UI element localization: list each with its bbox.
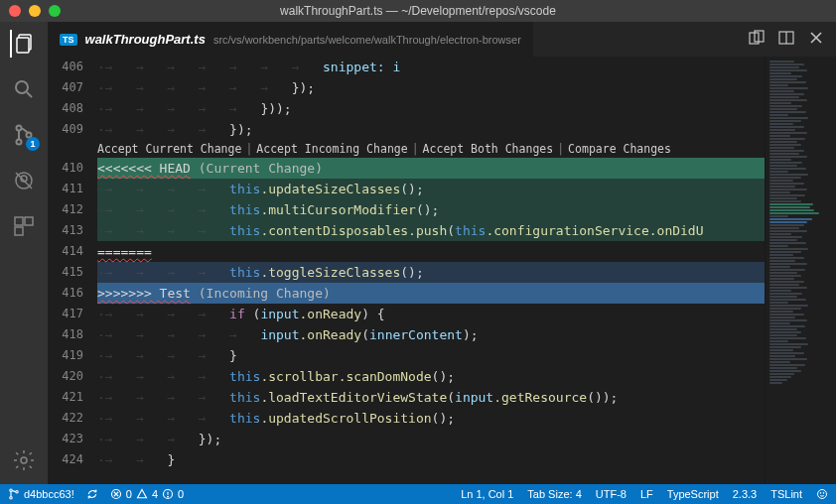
settings-gear-icon[interactable] — [10, 446, 38, 474]
status-bar: d4bbcc63! 0 4 0 Ln 1, Col 1 Tab Size: 4 … — [0, 484, 836, 504]
svg-point-28 — [168, 496, 169, 497]
split-editor-icon[interactable] — [778, 30, 794, 50]
accept-both-button[interactable]: Accept Both Changes — [423, 139, 554, 160]
svg-point-5 — [17, 140, 22, 145]
svg-point-2 — [16, 81, 28, 93]
diff-icon[interactable] — [749, 30, 765, 50]
svg-rect-11 — [25, 217, 33, 225]
accept-incoming-button[interactable]: Accept Incoming Change — [256, 139, 407, 160]
problems[interactable]: 0 4 0 — [110, 488, 184, 500]
close-icon[interactable] — [808, 30, 824, 50]
encoding[interactable]: UTF-8 — [596, 488, 627, 500]
ts-version[interactable]: 2.3.3 — [733, 488, 757, 500]
search-icon[interactable] — [10, 75, 38, 103]
code-area[interactable]: 406·→ → → → → → → snippet: i 407·→ → → →… — [48, 57, 765, 484]
conflict-head-marker: 410<<<<<<< HEAD (Current Change) — [48, 158, 765, 179]
svg-rect-12 — [15, 227, 23, 235]
svg-point-22 — [16, 491, 18, 493]
eol[interactable]: LF — [640, 488, 653, 500]
svg-rect-1 — [17, 38, 29, 53]
git-branch[interactable]: d4bbcc63! — [8, 488, 74, 500]
merge-codelens: Accept Current Change| Accept Incoming C… — [48, 140, 765, 158]
window-title: walkThroughPart.ts — ~/Development/repos… — [0, 4, 836, 18]
svg-line-3 — [27, 92, 32, 97]
minimap[interactable] — [765, 57, 836, 484]
tab-bar: TS walkThroughPart.ts src/vs/workbench/p… — [48, 22, 836, 57]
conflict-separator: 414======= — [48, 241, 765, 262]
svg-point-20 — [10, 489, 12, 491]
language-mode[interactable]: TypeScript — [667, 488, 719, 500]
svg-point-4 — [17, 126, 22, 131]
tab-filename: walkThroughPart.ts — [85, 32, 206, 47]
activity-bar: 1 — [0, 22, 48, 484]
cursor-position[interactable]: Ln 1, Col 1 — [461, 488, 513, 500]
tab-walkthroughpart[interactable]: TS walkThroughPart.ts src/vs/workbench/p… — [48, 22, 533, 57]
source-control-icon[interactable]: 1 — [10, 121, 38, 149]
tab-path: src/vs/workbench/parts/welcome/walkThrou… — [213, 34, 521, 46]
explorer-icon[interactable] — [10, 30, 38, 58]
tab-size[interactable]: Tab Size: 4 — [527, 488, 581, 500]
sync-icon[interactable] — [86, 488, 98, 500]
typescript-badge-icon: TS — [60, 34, 77, 46]
svg-point-30 — [820, 492, 821, 493]
svg-rect-10 — [15, 217, 23, 225]
svg-point-31 — [823, 492, 824, 493]
svg-point-21 — [10, 497, 12, 499]
titlebar: walkThroughPart.ts — ~/Development/repos… — [0, 0, 836, 22]
debug-icon[interactable] — [10, 167, 38, 194]
feedback-icon[interactable] — [816, 488, 828, 500]
compare-changes-button[interactable]: Compare Changes — [568, 139, 671, 160]
svg-point-29 — [818, 490, 827, 499]
conflict-tail-marker: 416>>>>>>> Test (Incoming Change) — [48, 283, 765, 304]
scm-badge: 1 — [26, 137, 40, 151]
svg-point-13 — [21, 457, 27, 463]
extensions-icon[interactable] — [10, 212, 38, 240]
tslint[interactable]: TSLint — [770, 488, 802, 500]
editor: TS walkThroughPart.ts src/vs/workbench/p… — [48, 22, 836, 484]
accept-current-button[interactable]: Accept Current Change — [97, 139, 241, 160]
